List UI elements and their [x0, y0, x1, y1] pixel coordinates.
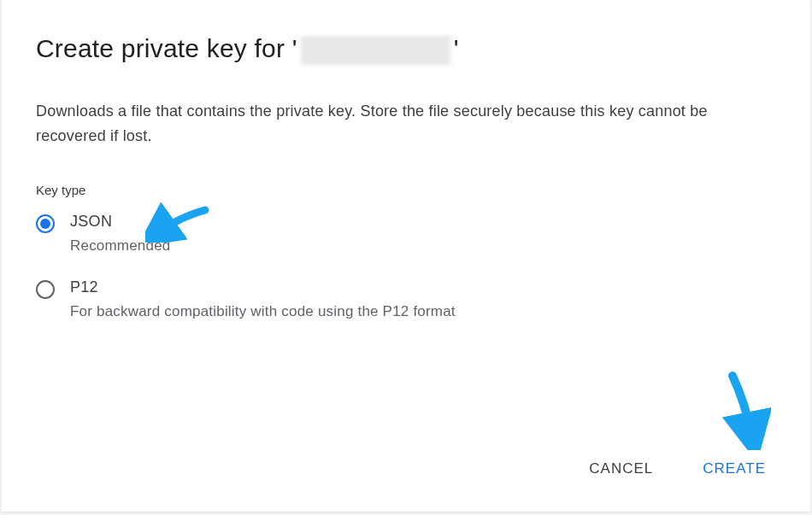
- title-prefix: Create private key for ': [36, 34, 297, 62]
- radio-option-json[interactable]: JSON Recommended: [36, 213, 776, 255]
- create-private-key-dialog: Create private key for '' Downloads a fi…: [2, 0, 810, 512]
- radio-content: P12 For backward compatibility with code…: [70, 278, 456, 320]
- radio-description-p12: For backward compatibility with code usi…: [70, 303, 456, 320]
- radio-label-p12: P12: [70, 278, 456, 296]
- redacted-service-account-name: [301, 36, 450, 65]
- radio-description-json: Recommended: [70, 237, 170, 255]
- radio-option-p12[interactable]: P12 For backward compatibility with code…: [36, 278, 776, 320]
- dialog-description: Downloads a file that contains the priva…: [36, 99, 776, 149]
- dialog-actions: CANCEL CREATE: [585, 454, 769, 484]
- key-type-radio-group: JSON Recommended P12 For backward compat…: [36, 213, 776, 320]
- radio-label-json: JSON: [70, 213, 170, 231]
- dialog-title: Create private key for '': [36, 34, 776, 65]
- key-type-label: Key type: [36, 183, 776, 197]
- title-suffix: ': [454, 34, 459, 62]
- radio-content: JSON Recommended: [70, 213, 170, 255]
- create-button[interactable]: CREATE: [699, 454, 769, 484]
- radio-circle-icon: [36, 280, 55, 299]
- radio-circle-icon: [36, 214, 55, 233]
- annotation-arrow-icon: [703, 369, 771, 450]
- cancel-button[interactable]: CANCEL: [585, 454, 656, 484]
